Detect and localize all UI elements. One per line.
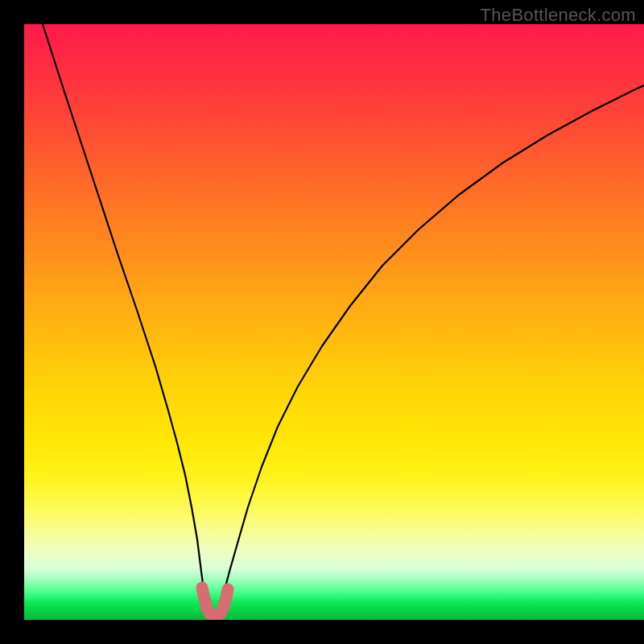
chart-svg <box>24 24 644 620</box>
bottom-marker <box>202 588 228 616</box>
bottleneck-curve <box>43 24 644 616</box>
watermark-text: TheBottleneck.com <box>481 5 636 26</box>
chart-frame: TheBottleneck.com <box>24 0 644 620</box>
